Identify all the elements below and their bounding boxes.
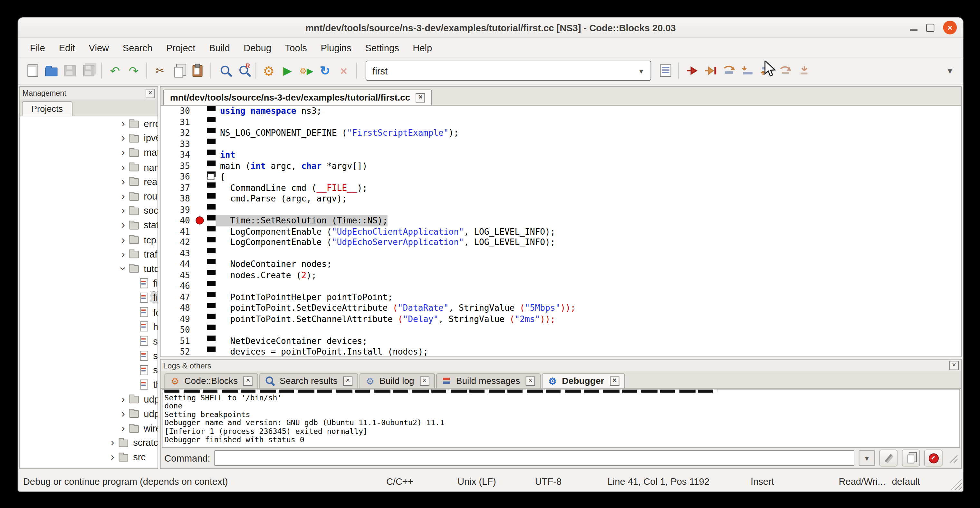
code-line-39[interactable]: 39 <box>161 204 961 215</box>
code-line-32[interactable]: 32NS_LOG_COMPONENT_DEFINE ("FirstScriptE… <box>161 127 961 139</box>
rebuild-button[interactable]: ↻ <box>316 61 334 80</box>
marker-margin[interactable] <box>194 193 207 204</box>
code-line-40[interactable]: 40 Time::SetResolution (Time::NS); <box>161 215 961 226</box>
code-line-46[interactable]: 46 <box>161 281 961 292</box>
tree-item-tuto[interactable]: ›tuto <box>20 261 158 276</box>
code-line-37[interactable]: 37 CommandLine cmd (__FILE__); <box>161 182 961 193</box>
tree-item-udp-[interactable]: ›udp- <box>20 406 158 421</box>
code-line-43[interactable]: 43 <box>161 248 961 259</box>
line-number[interactable]: 44 <box>161 259 194 270</box>
code-editor[interactable]: 30using namespace ns3;3132NS_LOG_COMPONE… <box>161 106 961 357</box>
save-all-button[interactable] <box>79 61 98 80</box>
minimize-button[interactable] <box>910 29 918 30</box>
menu-tools[interactable]: Tools <box>278 40 314 56</box>
code-line-44[interactable]: 44 NodeContainer nodes; <box>161 259 961 270</box>
run-to-cursor-button[interactable] <box>702 61 720 80</box>
tree-item-se[interactable]: se <box>20 334 158 349</box>
line-number[interactable]: 41 <box>161 226 194 237</box>
attach-button[interactable] <box>880 450 897 467</box>
tree-item-he[interactable]: he <box>20 319 158 334</box>
code-line-50[interactable]: 50 <box>161 325 961 336</box>
replace-button[interactable]: R <box>233 61 252 80</box>
line-number[interactable]: 31 <box>161 117 194 127</box>
marker-margin[interactable] <box>194 117 207 127</box>
close-icon[interactable]: × <box>243 376 253 385</box>
line-number[interactable]: 48 <box>161 303 194 314</box>
line-number[interactable]: 37 <box>161 182 194 193</box>
menu-project[interactable]: Project <box>159 40 202 56</box>
marker-margin[interactable] <box>194 127 207 139</box>
menu-edit[interactable]: Edit <box>52 40 82 56</box>
management-close-button[interactable]: × <box>146 89 155 98</box>
toolbar-overflow-button[interactable]: ▾ <box>942 66 958 76</box>
undo-button[interactable]: ↶ <box>106 61 124 80</box>
chevron-right-icon[interactable]: › <box>117 408 129 419</box>
marker-margin[interactable] <box>194 248 207 259</box>
code-line-45[interactable]: 45 nodes.Create (2); <box>161 270 961 281</box>
line-number[interactable]: 43 <box>161 248 194 259</box>
tree-item-erro[interactable]: ›erro <box>20 116 158 131</box>
tree-item-tcp[interactable]: ›tcp <box>20 233 158 247</box>
line-number[interactable]: 32 <box>161 127 194 139</box>
tree-item-wire[interactable]: ›wire <box>20 420 158 435</box>
tree-item-fir[interactable]: fir <box>20 290 158 305</box>
tree-item-fif[interactable]: fif <box>20 276 158 290</box>
chevron-right-icon[interactable]: › <box>117 176 129 187</box>
code-line-47[interactable]: 47 PointToPointHelper pointToPoint; <box>161 292 961 303</box>
code-line-38[interactable]: 38 cmd.Parse (argc, argv); <box>161 193 961 204</box>
tree-item-scratc[interactable]: ›scratc <box>20 435 158 450</box>
marker-margin[interactable] <box>194 314 207 325</box>
line-number[interactable]: 40 <box>161 215 194 226</box>
logs-tab-code-blocks[interactable]: ⚙Code::Blocks× <box>164 373 258 389</box>
menu-view[interactable]: View <box>82 40 116 56</box>
line-number[interactable]: 51 <box>161 336 194 347</box>
copy-log-button[interactable] <box>902 450 920 467</box>
target-options-button[interactable] <box>656 61 675 80</box>
line-number[interactable]: 38 <box>161 193 194 204</box>
tree-item-th[interactable]: th <box>20 377 158 392</box>
next-line-button[interactable] <box>720 61 739 80</box>
chevron-right-icon[interactable]: › <box>117 423 129 433</box>
logs-close-button[interactable]: × <box>950 361 959 370</box>
save-button[interactable] <box>60 61 79 80</box>
command-history-dropdown[interactable]: ▾ <box>859 450 875 466</box>
chevron-right-icon[interactable]: › <box>117 162 129 172</box>
line-number[interactable]: 47 <box>161 292 194 303</box>
menu-settings[interactable]: Settings <box>358 40 406 56</box>
marker-margin[interactable] <box>194 237 207 248</box>
stop-debugger-button[interactable] <box>924 450 942 467</box>
line-number[interactable]: 42 <box>161 237 194 248</box>
tree-item-src[interactable]: ›src <box>20 450 158 464</box>
tree-item-real[interactable]: ›real <box>20 174 158 189</box>
build-and-run-button[interactable]: ⚙▶ <box>297 61 316 80</box>
code-line-51[interactable]: 51 NetDeviceContainer devices; <box>161 336 961 347</box>
menu-build[interactable]: Build <box>202 40 237 56</box>
menu-debug[interactable]: Debug <box>237 40 278 56</box>
logs-tab-build-messages[interactable]: Build messages× <box>436 373 541 389</box>
code-line-31[interactable]: 31 <box>161 117 961 127</box>
code-line-41[interactable]: 41 LogComponentEnable ("UdpEchoClientApp… <box>161 226 961 237</box>
tree-item-rout[interactable]: ›rout <box>20 189 158 204</box>
redo-button[interactable]: ↷ <box>124 61 143 80</box>
line-number[interactable]: 36 <box>161 172 194 182</box>
line-number[interactable]: 50 <box>161 325 194 336</box>
marker-margin[interactable] <box>194 270 207 281</box>
maximize-button[interactable] <box>926 24 934 32</box>
fold-marker-icon[interactable] <box>207 173 214 180</box>
marker-margin[interactable] <box>194 347 207 357</box>
open-file-button[interactable] <box>42 61 60 80</box>
tree-item-fo[interactable]: fo <box>20 305 158 319</box>
tree-item-udp[interactable]: ›udp <box>20 392 158 406</box>
marker-margin[interactable] <box>194 336 207 347</box>
debugger-log[interactable]: Setting SHELL to '/bin/sh'doneSetting br… <box>162 389 960 448</box>
chevron-right-icon[interactable]: › <box>117 234 129 245</box>
line-number[interactable]: 46 <box>161 281 194 292</box>
next-instruction-button[interactable] <box>776 61 795 80</box>
line-number[interactable]: 45 <box>161 270 194 281</box>
breakpoint-margin[interactable] <box>194 215 207 226</box>
menu-help[interactable]: Help <box>406 40 439 56</box>
menu-file[interactable]: File <box>23 40 52 56</box>
chevron-right-icon[interactable]: › <box>117 394 129 404</box>
step-into-button[interactable] <box>739 61 757 80</box>
marker-margin[interactable] <box>194 303 207 314</box>
